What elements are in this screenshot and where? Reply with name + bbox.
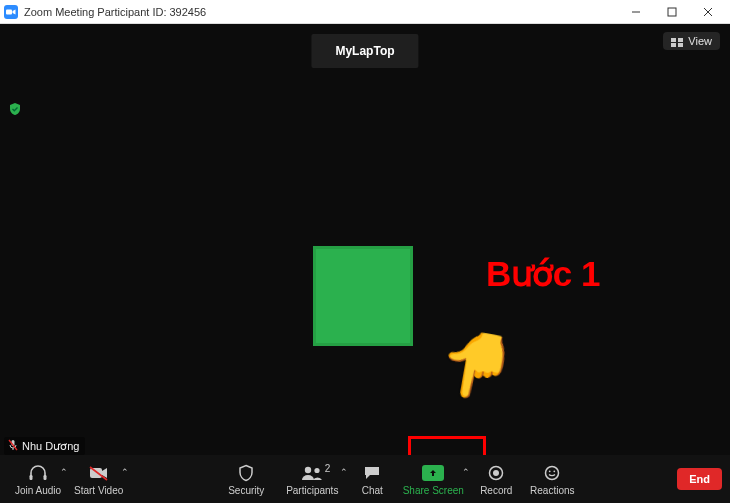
video-off-icon	[88, 463, 110, 483]
smile-icon	[544, 463, 560, 483]
svg-rect-13	[44, 475, 47, 480]
svg-point-22	[554, 470, 556, 472]
share-chevron-icon[interactable]: ⌃	[462, 467, 470, 477]
view-label: View	[688, 35, 712, 47]
grid-icon	[671, 37, 683, 46]
svg-rect-2	[668, 8, 676, 16]
svg-rect-14	[90, 468, 102, 478]
participants-icon	[300, 463, 324, 483]
participants-count: 2	[325, 463, 331, 474]
svg-point-21	[549, 470, 551, 472]
titlebar: Zoom Meeting Participant ID: 392456	[0, 0, 730, 24]
svg-point-19	[493, 470, 499, 476]
share-screen-icon	[422, 463, 444, 483]
join-audio-button[interactable]: Join Audio ⌃	[8, 463, 68, 496]
close-button[interactable]	[690, 0, 726, 24]
svg-rect-0	[6, 9, 12, 14]
chat-button[interactable]: Chat	[348, 463, 396, 496]
self-name-text: Nhu Dương	[22, 440, 79, 453]
view-button[interactable]: View	[663, 32, 720, 50]
record-button[interactable]: Record	[470, 463, 522, 496]
headphones-icon	[27, 463, 49, 483]
svg-point-16	[305, 466, 311, 472]
svg-rect-7	[671, 43, 676, 47]
chat-icon	[363, 463, 381, 483]
shield-icon	[237, 463, 255, 483]
reactions-button[interactable]: Reactions	[522, 463, 582, 496]
record-icon	[488, 463, 504, 483]
share-screen-button[interactable]: Share Screen ⌃	[396, 463, 470, 496]
meeting-toolbar: Join Audio ⌃ Start Video ⌃ Security Part…	[0, 455, 730, 503]
annotation-step-label: Bước 1	[486, 254, 600, 294]
audio-chevron-icon[interactable]: ⌃	[60, 467, 68, 477]
svg-point-20	[546, 466, 559, 479]
video-chevron-icon[interactable]: ⌃	[121, 467, 129, 477]
svg-rect-5	[671, 38, 676, 42]
zoom-app-icon	[4, 5, 18, 19]
end-meeting-button[interactable]: End	[677, 468, 722, 490]
security-button[interactable]: Security	[216, 463, 276, 496]
svg-point-17	[315, 467, 320, 472]
pointing-hand-icon: 👇	[431, 322, 523, 410]
minimize-button[interactable]	[618, 0, 654, 24]
start-video-button[interactable]: Start Video ⌃	[68, 463, 129, 496]
window-title: Zoom Meeting Participant ID: 392456	[24, 6, 206, 18]
svg-rect-8	[678, 43, 683, 47]
mic-muted-icon	[8, 439, 18, 453]
participants-chevron-icon[interactable]: ⌃	[340, 467, 348, 477]
meeting-stage: View MyLapTop Bước 1 👇 Nhu Dương Join Au…	[0, 24, 730, 503]
self-name-badge: Nhu Dương	[4, 437, 85, 455]
svg-rect-12	[30, 475, 33, 480]
encryption-shield-icon[interactable]	[8, 102, 22, 116]
svg-rect-6	[678, 38, 683, 42]
shared-content-placeholder	[313, 246, 413, 346]
maximize-button[interactable]	[654, 0, 690, 24]
active-speaker-name: MyLapTop	[311, 34, 418, 68]
participants-button[interactable]: Participants 2 ⌃	[276, 463, 348, 496]
